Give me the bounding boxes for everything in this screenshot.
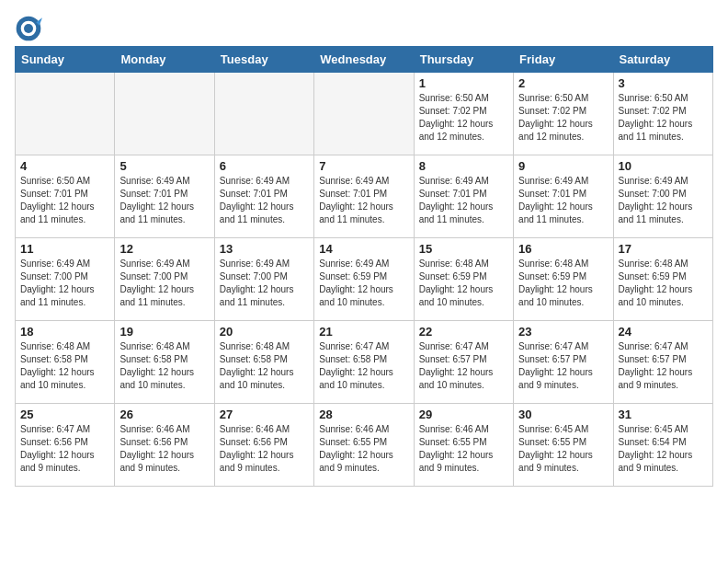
- day-cell: 31Sunrise: 6:45 AMSunset: 6:54 PMDayligh…: [613, 404, 712, 487]
- day-info: Sunrise: 6:49 AMSunset: 7:00 PMDaylight:…: [20, 258, 109, 309]
- day-cell: 1Sunrise: 6:50 AMSunset: 7:02 PMDaylight…: [414, 73, 513, 155]
- day-info: Sunrise: 6:49 AMSunset: 7:01 PMDaylight:…: [319, 175, 408, 226]
- day-number: 27: [220, 408, 309, 421]
- day-cell: 26Sunrise: 6:46 AMSunset: 6:56 PMDayligh…: [115, 404, 214, 487]
- day-number: 3: [619, 76, 708, 90]
- day-info: Sunrise: 6:50 AMSunset: 7:02 PMDaylight:…: [619, 92, 708, 144]
- day-cell: 11Sunrise: 6:49 AMSunset: 7:00 PMDayligh…: [16, 238, 115, 321]
- day-info: Sunrise: 6:48 AMSunset: 6:58 PMDaylight:…: [119, 340, 209, 392]
- day-info: Sunrise: 6:49 AMSunset: 7:00 PMDaylight:…: [119, 258, 209, 309]
- day-number: 25: [20, 408, 109, 421]
- day-info: Sunrise: 6:49 AMSunset: 6:59 PMDaylight:…: [319, 258, 408, 309]
- day-info: Sunrise: 6:46 AMSunset: 6:55 PMDaylight:…: [319, 423, 408, 475]
- day-cell: 21Sunrise: 6:47 AMSunset: 6:58 PMDayligh…: [314, 321, 414, 404]
- page-header: [15, 15, 713, 42]
- day-number: 16: [518, 242, 608, 256]
- day-number: 13: [220, 242, 309, 256]
- day-cell: 27Sunrise: 6:46 AMSunset: 6:56 PMDayligh…: [214, 404, 313, 487]
- day-cell: 29Sunrise: 6:46 AMSunset: 6:55 PMDayligh…: [414, 404, 513, 487]
- day-cell: 6Sunrise: 6:49 AMSunset: 7:01 PMDaylight…: [214, 155, 313, 238]
- day-number: 21: [319, 325, 408, 339]
- day-cell: [16, 73, 115, 155]
- day-info: Sunrise: 6:48 AMSunset: 6:59 PMDaylight:…: [419, 258, 508, 309]
- day-number: 22: [419, 325, 508, 339]
- day-info: Sunrise: 6:47 AMSunset: 6:57 PMDaylight:…: [619, 340, 708, 392]
- day-info: Sunrise: 6:49 AMSunset: 7:00 PMDaylight:…: [619, 175, 708, 226]
- day-info: Sunrise: 6:47 AMSunset: 6:57 PMDaylight:…: [518, 340, 608, 392]
- day-cell: 30Sunrise: 6:45 AMSunset: 6:55 PMDayligh…: [514, 404, 613, 487]
- col-header-wednesday: Wednesday: [314, 47, 414, 73]
- header-row: SundayMondayTuesdayWednesdayThursdayFrid…: [16, 47, 713, 73]
- day-number: 18: [20, 325, 109, 339]
- day-info: Sunrise: 6:49 AMSunset: 7:01 PMDaylight:…: [119, 175, 209, 226]
- day-info: Sunrise: 6:49 AMSunset: 7:01 PMDaylight:…: [518, 175, 608, 226]
- day-number: 19: [119, 325, 209, 339]
- day-number: 20: [220, 325, 309, 339]
- day-cell: [214, 73, 313, 155]
- col-header-thursday: Thursday: [414, 47, 513, 73]
- col-header-sunday: Sunday: [16, 47, 115, 73]
- day-number: 2: [518, 76, 608, 90]
- day-number: 5: [119, 159, 209, 173]
- day-info: Sunrise: 6:48 AMSunset: 6:59 PMDaylight:…: [619, 258, 708, 309]
- day-number: 9: [518, 159, 608, 173]
- day-info: Sunrise: 6:49 AMSunset: 7:01 PMDaylight:…: [220, 175, 309, 226]
- day-cell: 15Sunrise: 6:48 AMSunset: 6:59 PMDayligh…: [414, 238, 513, 321]
- logo: [15, 15, 46, 42]
- day-cell: 28Sunrise: 6:46 AMSunset: 6:55 PMDayligh…: [314, 404, 414, 487]
- week-row-2: 4Sunrise: 6:50 AMSunset: 7:01 PMDaylight…: [16, 155, 713, 238]
- col-header-friday: Friday: [514, 47, 613, 73]
- day-cell: 4Sunrise: 6:50 AMSunset: 7:01 PMDaylight…: [16, 155, 115, 238]
- day-cell: 8Sunrise: 6:49 AMSunset: 7:01 PMDaylight…: [414, 155, 513, 238]
- day-info: Sunrise: 6:47 AMSunset: 6:56 PMDaylight:…: [20, 423, 109, 475]
- day-cell: 19Sunrise: 6:48 AMSunset: 6:58 PMDayligh…: [115, 321, 214, 404]
- day-number: 11: [20, 242, 109, 256]
- day-info: Sunrise: 6:46 AMSunset: 6:56 PMDaylight:…: [119, 423, 209, 475]
- day-number: 24: [619, 325, 708, 339]
- day-cell: 9Sunrise: 6:49 AMSunset: 7:01 PMDaylight…: [514, 155, 613, 238]
- day-number: 23: [518, 325, 608, 339]
- day-cell: 20Sunrise: 6:48 AMSunset: 6:58 PMDayligh…: [214, 321, 313, 404]
- day-number: 15: [419, 242, 508, 256]
- day-cell: 14Sunrise: 6:49 AMSunset: 6:59 PMDayligh…: [314, 238, 414, 321]
- day-info: Sunrise: 6:50 AMSunset: 7:02 PMDaylight:…: [419, 92, 508, 144]
- day-number: 14: [319, 242, 408, 256]
- day-cell: [314, 73, 414, 155]
- week-row-1: 1Sunrise: 6:50 AMSunset: 7:02 PMDaylight…: [16, 73, 713, 155]
- day-cell: 3Sunrise: 6:50 AMSunset: 7:02 PMDaylight…: [613, 73, 712, 155]
- day-cell: 18Sunrise: 6:48 AMSunset: 6:58 PMDayligh…: [16, 321, 115, 404]
- day-info: Sunrise: 6:46 AMSunset: 6:56 PMDaylight:…: [220, 423, 309, 475]
- day-cell: 10Sunrise: 6:49 AMSunset: 7:00 PMDayligh…: [613, 155, 712, 238]
- day-cell: 25Sunrise: 6:47 AMSunset: 6:56 PMDayligh…: [16, 404, 115, 487]
- day-cell: 7Sunrise: 6:49 AMSunset: 7:01 PMDaylight…: [314, 155, 414, 238]
- day-info: Sunrise: 6:50 AMSunset: 7:02 PMDaylight:…: [518, 92, 608, 144]
- week-row-3: 11Sunrise: 6:49 AMSunset: 7:00 PMDayligh…: [16, 238, 713, 321]
- day-info: Sunrise: 6:47 AMSunset: 6:58 PMDaylight:…: [319, 340, 408, 392]
- day-number: 29: [419, 408, 508, 421]
- day-info: Sunrise: 6:48 AMSunset: 6:58 PMDaylight:…: [220, 340, 309, 392]
- day-info: Sunrise: 6:48 AMSunset: 6:58 PMDaylight:…: [20, 340, 109, 392]
- week-row-5: 25Sunrise: 6:47 AMSunset: 6:56 PMDayligh…: [16, 404, 713, 487]
- day-number: 6: [220, 159, 309, 173]
- day-number: 1: [419, 76, 508, 90]
- day-cell: 13Sunrise: 6:49 AMSunset: 7:00 PMDayligh…: [214, 238, 313, 321]
- day-info: Sunrise: 6:50 AMSunset: 7:01 PMDaylight:…: [20, 175, 109, 226]
- day-number: 26: [119, 408, 209, 421]
- svg-point-2: [24, 24, 33, 33]
- day-cell: 17Sunrise: 6:48 AMSunset: 6:59 PMDayligh…: [613, 238, 712, 321]
- day-cell: 12Sunrise: 6:49 AMSunset: 7:00 PMDayligh…: [115, 238, 214, 321]
- col-header-saturday: Saturday: [613, 47, 712, 73]
- day-number: 10: [619, 159, 708, 173]
- logo-icon: [15, 15, 42, 42]
- day-cell: 24Sunrise: 6:47 AMSunset: 6:57 PMDayligh…: [613, 321, 712, 404]
- col-header-monday: Monday: [115, 47, 214, 73]
- day-cell: 2Sunrise: 6:50 AMSunset: 7:02 PMDaylight…: [514, 73, 613, 155]
- day-cell: 22Sunrise: 6:47 AMSunset: 6:57 PMDayligh…: [414, 321, 513, 404]
- day-number: 12: [119, 242, 209, 256]
- day-number: 17: [619, 242, 708, 256]
- day-cell: 16Sunrise: 6:48 AMSunset: 6:59 PMDayligh…: [514, 238, 613, 321]
- day-cell: 5Sunrise: 6:49 AMSunset: 7:01 PMDaylight…: [115, 155, 214, 238]
- day-info: Sunrise: 6:46 AMSunset: 6:55 PMDaylight:…: [419, 423, 508, 475]
- day-number: 31: [619, 408, 708, 421]
- day-number: 7: [319, 159, 408, 173]
